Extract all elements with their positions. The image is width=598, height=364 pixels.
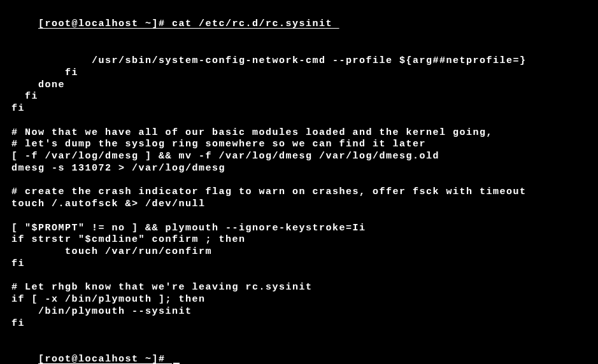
terminal-output-line: fi <box>11 67 587 80</box>
terminal-output-line: # let's dump the syslog ring somewhere s… <box>11 139 587 151</box>
terminal-output-line: /usr/sbin/system-config-network-cmd --pr… <box>11 55 587 67</box>
terminal-output-line: fi <box>11 103 587 115</box>
terminal-output-line: if [ -x /bin/plymouth ]; then <box>11 294 587 306</box>
terminal-output-line <box>11 330 587 342</box>
terminal-output-line <box>11 43 587 55</box>
terminal-window[interactable]: [root@localhost ~]# cat /etc/rc.d/rc.sys… <box>11 6 587 364</box>
terminal-output-line: fi <box>11 318 587 330</box>
terminal-output-line <box>11 175 587 187</box>
terminal-output-line <box>11 211 587 223</box>
terminal-output-line <box>11 270 587 283</box>
terminal-output-line: fi <box>11 91 587 103</box>
terminal-output-line: [ "$PROMPT" != no ] && plymouth --ignore… <box>11 223 587 235</box>
terminal-output-line: touch /var/run/confirm <box>11 246 587 258</box>
terminal-output-line <box>11 115 587 127</box>
terminal-output-line: # Let rhgb know that we're leaving rc.sy… <box>11 282 587 294</box>
prompt-ready: [root@localhost ~]# <box>38 354 172 364</box>
terminal-output-line: fi <box>11 258 587 270</box>
terminal-output-line: done <box>11 80 587 92</box>
terminal-output-line: touch /.autofsck &> /dev/null <box>11 199 587 211</box>
terminal-output-line: # Now that we have all of our basic modu… <box>11 127 587 139</box>
terminal-output-line: if strstr "$cmdline" confirm ; then <box>11 234 587 246</box>
terminal-output-line: [ -f /var/log/dmesg ] && mv -f /var/log/… <box>11 151 587 163</box>
terminal-output-line: # create the crash indicator flag to war… <box>11 186 587 199</box>
terminal-output-line: /bin/plymouth --sysinit <box>11 306 587 318</box>
terminal-output-line: dmesg -s 131072 > /var/log/dmesg <box>11 163 587 175</box>
prompt-command-line: [root@localhost ~]# cat /etc/rc.d/rc.sys… <box>38 18 339 31</box>
terminal-output: /usr/sbin/system-config-network-cmd --pr… <box>11 43 587 342</box>
